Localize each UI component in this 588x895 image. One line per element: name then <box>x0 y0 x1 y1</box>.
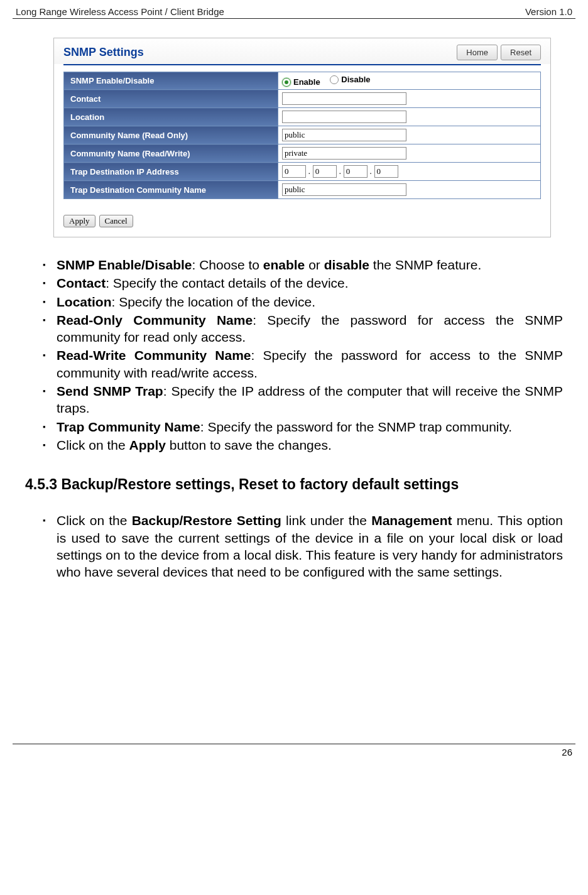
row-label-trap-ip: Trap Destination IP Address <box>64 163 278 181</box>
page-number: 26 <box>13 747 575 757</box>
trap-ip-4[interactable] <box>374 165 398 178</box>
doc-header-left: Long Range Wireless Access Point / Clien… <box>16 6 224 17</box>
radio-unselected-icon <box>330 75 339 84</box>
list-item: Send SNMP Trap: Specify the IP address o… <box>31 382 563 417</box>
trap-ip-3[interactable] <box>344 165 368 178</box>
radio-disable-label: Disable <box>341 75 370 84</box>
doc-header-right: Version 1.0 <box>525 6 572 17</box>
header-rule <box>13 18 575 19</box>
footer-rule <box>13 744 575 744</box>
list-item: Location: Specify the location of the de… <box>31 293 563 310</box>
row-label-trap-comm: Trap Destination Community Name <box>64 181 278 199</box>
panel-title: SNMP Settings <box>63 46 144 59</box>
list-item: Read-Only Community Name: Specify the pa… <box>31 312 563 346</box>
snmp-settings-panel: SNMP Settings Home Reset SNMP Enable/Dis… <box>53 38 551 237</box>
panel-rule <box>63 64 541 65</box>
trap-community-input[interactable] <box>282 183 406 196</box>
row-label-location: Location <box>64 108 278 126</box>
apply-button[interactable]: Apply <box>63 215 95 227</box>
row-label-comm-rw: Community Name (Read/Write) <box>64 144 278 163</box>
explanation-list-2: Click on the Backup/Restore Setting link… <box>31 512 563 580</box>
trap-ip-1[interactable] <box>282 165 306 178</box>
list-item: Click on the Backup/Restore Setting link… <box>31 512 563 580</box>
settings-table: SNMP Enable/Disable Enable Disable Conta… <box>63 72 541 199</box>
row-label-comm-ro: Community Name (Read Only) <box>64 126 278 144</box>
radio-enable[interactable]: Enable <box>282 77 320 87</box>
cancel-button[interactable]: Cancel <box>99 215 133 227</box>
section-heading: 4.5.3 Backup/Restore settings, Reset to … <box>25 476 575 493</box>
list-item: SNMP Enable/Disable: Choose to enable or… <box>31 256 563 273</box>
home-button[interactable]: Home <box>457 45 498 60</box>
list-item: Click on the Apply button to save the ch… <box>31 437 563 453</box>
location-input[interactable] <box>282 111 406 123</box>
row-label-enable: SNMP Enable/Disable <box>64 72 278 90</box>
row-label-contact: Contact <box>64 90 278 108</box>
list-item: Trap Community Name: Specify the passwor… <box>31 418 563 435</box>
explanation-list-1: SNMP Enable/Disable: Choose to enable or… <box>31 256 563 453</box>
contact-input[interactable] <box>282 92 406 105</box>
community-ro-input[interactable] <box>282 129 406 141</box>
community-rw-input[interactable] <box>282 147 406 160</box>
radio-selected-icon <box>282 78 291 87</box>
radio-disable[interactable]: Disable <box>330 75 370 84</box>
list-item: Contact: Specify the contact details of … <box>31 274 563 291</box>
trap-ip-2[interactable] <box>313 165 337 178</box>
radio-enable-label: Enable <box>293 77 320 87</box>
reset-button[interactable]: Reset <box>501 45 541 60</box>
list-item: Read-Write Community Name: Specify the p… <box>31 347 563 381</box>
